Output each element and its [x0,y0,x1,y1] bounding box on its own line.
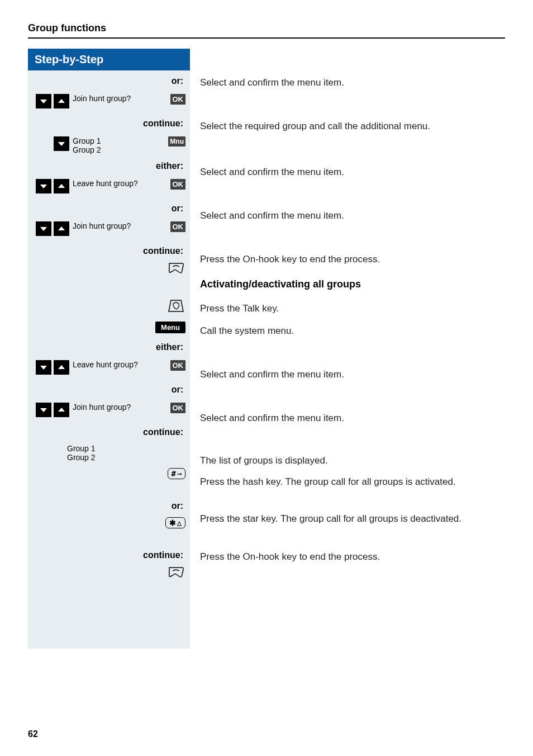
connector-continue: continue: [28,422,190,437]
left-column: Step-by-Step or: Join hunt group? OK con… [28,49,190,649]
arrow-down-icon[interactable] [54,136,69,151]
arrow-up-icon[interactable] [54,403,69,417]
arrow-up-icon[interactable] [54,221,69,236]
group-1-label: Group 1 [67,444,96,453]
talk-key-row [28,296,190,315]
content-area: Step-by-Step or: Join hunt group? OK con… [28,49,505,649]
menu-row-join-2: Join hunt group? OK [28,221,190,240]
menu-row-leave-1: Leave hunt group? OK [28,179,190,198]
group-1-label: Group 1 [73,136,162,145]
explain-press-talk: Press the Talk key. [200,299,505,318]
section-title: Group functions [28,22,505,34]
arrow-up-icon[interactable] [54,94,69,108]
display-join-hunt: Join hunt group? [73,94,165,103]
group-list-row: Group 1 Group 2 [28,444,190,463]
menu-row-join-3: Join hunt group? OK [28,403,190,422]
arrow-down-icon[interactable] [36,403,51,417]
display-group-list: Group 1 Group 2 [73,136,165,154]
ok-button[interactable]: OK [170,403,186,413]
explain-select-confirm: Select and confirm the menu item. [200,73,505,92]
connector-either: either: [28,337,190,352]
step-by-step-header: Step-by-Step [28,49,190,70]
heading-activating: Activating/deactivating all groups [200,275,505,294]
display-join-hunt: Join hunt group? [73,403,165,412]
arrow-down-icon[interactable] [36,94,51,108]
arrow-down-icon[interactable] [36,360,51,375]
ok-button[interactable]: OK [170,360,186,371]
onhook-key-row [28,258,190,277]
explain-select-confirm: Select and confirm the menu item. [200,163,505,182]
ok-button[interactable]: OK [170,179,186,190]
menu-row-leave-2: Leave hunt group? OK [28,360,190,379]
divider [28,37,505,39]
group-2-label: Group 2 [73,145,162,154]
connector-or: or: [28,70,190,86]
connector-or: or: [28,379,190,395]
explain-onhook: Press the On-hook key to end the process… [200,250,505,269]
connector-continue: continue: [28,240,190,256]
display-leave-hunt: Leave hunt group? [73,179,165,188]
page-number: 62 [28,729,38,739]
display-leave-hunt: Leave hunt group? [73,360,165,369]
connector-or: or: [28,495,190,511]
arrow-down-icon[interactable] [36,179,51,193]
connector-continue: continue: [28,545,190,560]
hash-key-row: #⊸ [28,464,190,483]
ok-button[interactable]: OK [170,221,186,232]
ok-button[interactable]: OK [170,94,186,105]
onhook-key-row-2 [28,563,190,582]
explain-press-hash: Press the hash key. The group call for a… [200,472,505,492]
mnu-button[interactable]: Mnu [168,136,185,147]
explain-onhook: Press the On-hook key to end the process… [200,547,505,566]
connector-either: either: [28,155,190,171]
connector-or: or: [28,198,190,214]
explain-list-groups: The list of groups is displayed. [200,451,505,470]
onhook-key-icon[interactable] [166,565,185,579]
menu-button-row: Menu [28,318,190,337]
arrow-up-icon[interactable] [54,179,69,193]
explain-press-star: Press the star key. The group call for a… [200,509,505,528]
group-2-label: Group 2 [67,453,96,462]
explain-select-required: Select the required group and call the a… [200,117,505,136]
explain-select-confirm: Select and confirm the menu item. [200,409,505,428]
explain-call-menu: Call the system menu. [200,322,505,341]
explain-select-confirm: Select and confirm the menu item. [200,206,505,225]
menu-row-join-1: Join hunt group? OK [28,94,190,113]
onhook-key-icon[interactable] [166,261,185,275]
right-column: Select and confirm the menu item. Select… [190,49,505,649]
arrow-up-icon[interactable] [54,360,69,375]
arrow-down-icon[interactable] [36,221,51,236]
menu-button[interactable]: Menu [155,322,185,333]
star-key-row: ✱△ [28,513,190,532]
talk-key-icon[interactable] [166,299,185,313]
connector-continue: continue: [28,113,190,129]
menu-row-groups-1: Group 1 Group 2 Mnu [28,136,190,155]
explain-select-confirm: Select and confirm the menu item. [200,365,505,384]
display-join-hunt: Join hunt group? [73,221,165,230]
hash-key-icon[interactable]: #⊸ [168,468,185,479]
star-key-icon[interactable]: ✱△ [165,517,185,528]
